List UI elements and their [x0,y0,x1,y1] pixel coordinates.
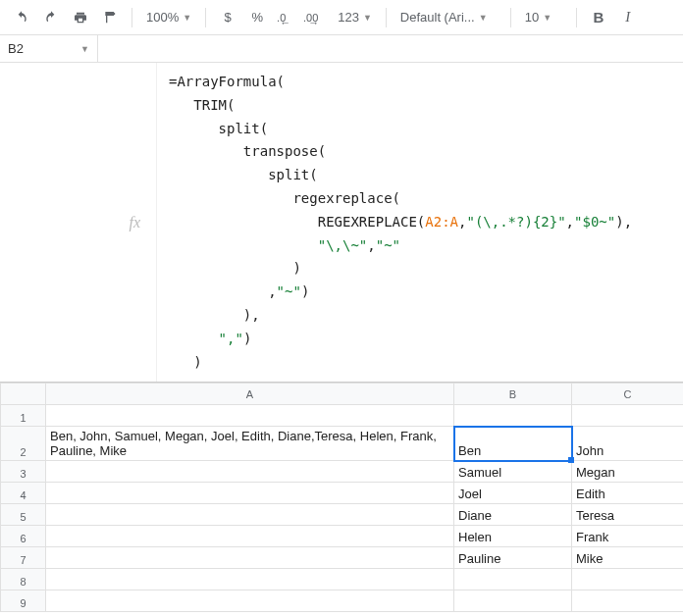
t: A2:A [425,214,458,230]
cell[interactable]: Teresa [572,504,684,526]
row-header[interactable]: 5 [1,504,46,526]
t: "(\,.*?){2}" [466,214,565,230]
t: =ArrayFormula( [169,74,285,89]
t: transpose( [243,143,326,159]
formula-bar: fx =ArrayFormula( TRIM( split( transpose… [0,63,683,383]
t: ) [292,260,300,276]
toolbar: 100%▼ $ % .0← .00→ 123▼ Default (Ari...▼… [0,0,683,35]
chevron-down-icon: ▼ [183,13,191,23]
cell[interactable] [46,547,454,569]
fontsize-label: 10 [525,10,539,25]
separator [386,8,387,27]
increase-decimal-button[interactable]: .00→ [302,4,330,31]
cell[interactable] [454,590,572,612]
row-header[interactable]: 1 [1,405,46,427]
separator [510,8,511,27]
t: ), [615,214,632,230]
namebox-value: B2 [8,41,24,56]
cell[interactable]: Joel [454,483,572,504]
decrease-decimal-button[interactable]: .0← [273,4,300,31]
font-label: Default (Ari... [400,10,475,25]
cell-b2-selected[interactable]: Ben [454,427,572,461]
print-button[interactable] [67,4,94,31]
t: "\,\~" [318,237,368,253]
row-header[interactable]: 7 [1,547,46,569]
t: "$0~" [574,214,615,230]
cell[interactable]: Mike [572,547,684,569]
cell-a2[interactable]: Ben, John, Samuel, Megan, Joel, Edith, D… [46,427,454,461]
chevron-down-icon: ▼ [543,13,552,23]
t: , [268,283,276,299]
col-header-b[interactable]: B [454,384,572,405]
cell[interactable] [572,405,684,427]
corner-cell[interactable] [1,384,46,405]
cell[interactable]: Edith [572,483,684,504]
row-header[interactable]: 4 [1,483,46,504]
t: ) [193,354,201,370]
t: TRIM( [193,97,235,113]
t: , [566,214,574,230]
paint-format-button[interactable] [96,4,124,31]
t: "~" [277,283,301,299]
fx-label: fx [0,63,157,382]
italic-button[interactable]: I [614,4,642,31]
cell[interactable] [46,569,454,590]
cell[interactable] [572,590,684,612]
cell[interactable]: Diane [454,504,572,526]
formula-input[interactable]: =ArrayFormula( TRIM( split( transpose( s… [157,63,683,382]
cell[interactable] [46,590,454,612]
fontsize-dropdown[interactable]: 10▼ [519,4,568,31]
cell[interactable]: Frank [572,526,684,547]
chevron-down-icon: ▼ [80,44,89,54]
cell[interactable] [46,483,454,504]
numfmt-label: 123 [338,10,359,25]
cell[interactable]: Helen [454,526,572,547]
cell[interactable]: Samuel [454,461,572,483]
undo-button[interactable] [8,4,35,31]
t: ), [243,307,260,323]
t: REGEXREPLACE( [318,214,426,230]
cell[interactable] [46,526,454,547]
namebox-row: B2 ▼ [0,35,683,63]
currency-button[interactable]: $ [214,4,241,31]
t: , [367,237,375,253]
font-dropdown[interactable]: Default (Ari...▼ [394,4,502,31]
row-header[interactable]: 3 [1,461,46,483]
row-header[interactable]: 6 [1,526,46,547]
cell[interactable] [46,461,454,483]
chevron-down-icon: ▼ [363,13,372,23]
separator [131,8,132,27]
number-format-dropdown[interactable]: 123▼ [332,4,378,31]
redo-button[interactable] [37,4,65,31]
cell[interactable]: Megan [572,461,684,483]
zoom-value: 100% [146,10,179,25]
separator [576,8,577,27]
bold-button[interactable]: B [585,4,612,31]
t: "~" [376,237,400,253]
col-header-a[interactable]: A [46,384,454,405]
col-header-c[interactable]: C [572,384,684,405]
chevron-down-icon: ▼ [479,13,488,23]
row-header[interactable]: 8 [1,569,46,590]
cell[interactable]: Pauline [454,547,572,569]
name-box[interactable]: B2 ▼ [0,35,98,62]
cell[interactable] [572,569,684,590]
cell[interactable]: John [572,427,684,461]
cell[interactable] [454,405,572,427]
t: split( [268,167,318,182]
t: ) [243,331,251,346]
row-header[interactable]: 9 [1,590,46,612]
t: "," [219,331,243,346]
separator [205,8,206,27]
row-header[interactable]: 2 [1,427,46,461]
t: regexreplace( [292,190,400,206]
t: ) [301,283,309,299]
t: split( [219,121,269,136]
cell[interactable] [454,569,572,590]
cell[interactable] [46,405,454,427]
zoom-dropdown[interactable]: 100%▼ [140,4,197,31]
percent-button[interactable]: % [243,4,271,31]
spreadsheet-grid: A B C 1 2Ben, John, Samuel, Megan, Joel,… [0,383,683,612]
cell[interactable] [46,504,454,526]
